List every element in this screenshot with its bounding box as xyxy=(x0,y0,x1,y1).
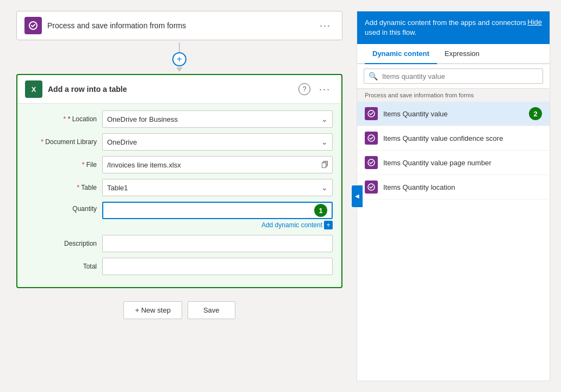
document-library-row: * Document Library OneDrive ⌄ xyxy=(26,133,333,151)
panel-header-text: Add dynamic content from the apps and co… xyxy=(365,18,527,38)
action-card: X Add a row into a table ? ··· * * Locat… xyxy=(16,74,342,288)
description-field[interactable] xyxy=(102,235,333,252)
table-dropdown[interactable]: Table1 ⌄ xyxy=(102,179,333,196)
dynamic-item-1[interactable]: Items Quantity value confidence score xyxy=(357,126,550,151)
panel-tabs: Dynamic content Expression xyxy=(357,44,550,64)
add-dynamic-label: Add dynamic content xyxy=(261,221,322,229)
dynamic-item-icon-2 xyxy=(365,156,378,169)
quantity-badge: 1 xyxy=(314,204,327,217)
description-row: Description xyxy=(26,235,333,252)
dynamic-item-label-0: Items Quantity value xyxy=(383,110,523,118)
action-card-title: Add a row into a table xyxy=(48,85,293,94)
document-library-dropdown[interactable]: OneDrive ⌄ xyxy=(102,133,333,151)
location-dropdown[interactable]: OneDrive for Business ⌄ xyxy=(102,110,333,128)
trigger-icon xyxy=(24,17,42,34)
hide-panel-button[interactable]: Hide xyxy=(527,18,542,26)
trigger-ellipsis-button[interactable]: ··· xyxy=(316,19,334,33)
file-picker-icon[interactable]: 🗍 xyxy=(321,160,329,169)
new-step-button[interactable]: + New step xyxy=(123,301,182,319)
location-label: * * Location xyxy=(26,115,97,123)
file-field[interactable]: /Invoices line items.xlsx 🗍 xyxy=(102,156,333,173)
total-label: Total xyxy=(26,263,97,270)
location-row: * * Location OneDrive for Business ⌄ xyxy=(26,110,333,128)
dynamic-item-label-3: Items Quantity location xyxy=(383,183,542,191)
trigger-title: Process and save information from forms xyxy=(47,21,311,30)
action-card-body: * * Location OneDrive for Business ⌄ * D… xyxy=(17,104,341,287)
quantity-input-wrap: 1 xyxy=(102,202,333,219)
location-select[interactable]: OneDrive for Business xyxy=(107,115,328,123)
quantity-field-group: 1 Add dynamic content + xyxy=(102,202,333,229)
add-step-button[interactable]: + xyxy=(172,52,186,66)
tab-expression[interactable]: Expression xyxy=(437,44,487,64)
connector-line xyxy=(179,42,180,52)
file-label: * File xyxy=(26,161,97,169)
excel-icon: X xyxy=(25,80,42,98)
dynamic-panel: Add dynamic content from the apps and co… xyxy=(357,11,550,381)
file-value: /Invoices line items.xlsx xyxy=(107,161,181,169)
search-input[interactable] xyxy=(382,72,538,80)
total-field[interactable] xyxy=(102,258,333,275)
quantity-input[interactable] xyxy=(108,207,314,215)
table-label: * Table xyxy=(26,184,97,191)
dynamic-item-icon-0 xyxy=(365,107,378,120)
dynamic-item-2[interactable]: Items Quantity value page number xyxy=(357,151,550,175)
tab-dynamic-content[interactable]: Dynamic content xyxy=(365,44,437,64)
add-dynamic-plus-icon: + xyxy=(324,221,333,229)
dynamic-item-icon-3 xyxy=(365,181,378,194)
description-label: Description xyxy=(26,240,97,247)
dynamic-item-icon-1 xyxy=(365,132,378,145)
search-wrap: 🔍 xyxy=(364,69,543,84)
search-icon: 🔍 xyxy=(369,72,378,80)
action-card-header: X Add a row into a table ? ··· xyxy=(17,75,341,104)
help-button[interactable]: ? xyxy=(298,83,310,95)
connector-arrow xyxy=(176,67,183,72)
dynamic-item-3[interactable]: Items Quantity location xyxy=(357,175,550,200)
dynamic-item-0[interactable]: Items Quantity value 2 xyxy=(357,102,550,126)
add-dynamic-content-link[interactable]: Add dynamic content + xyxy=(102,221,333,229)
panel-section-label: Process and save information from forms xyxy=(357,89,550,102)
panel-search-area: 🔍 xyxy=(357,64,550,89)
connector: + xyxy=(172,42,186,72)
table-row: * Table Table1 ⌄ xyxy=(26,179,333,196)
panel-header: Add dynamic content from the apps and co… xyxy=(357,11,550,44)
dynamic-item-label-1: Items Quantity value confidence score xyxy=(383,134,542,142)
dynamic-item-label-2: Items Quantity value page number xyxy=(383,159,542,167)
save-button[interactable]: Save xyxy=(188,301,235,319)
quantity-label: Quantity xyxy=(26,205,97,213)
quantity-row: Quantity 1 Add dynamic content + xyxy=(26,202,333,229)
file-row: * File /Invoices line items.xlsx 🗍 xyxy=(26,156,333,173)
trigger-card: Process and save information from forms … xyxy=(16,11,342,40)
table-select[interactable]: Table1 xyxy=(107,184,328,192)
action-ellipsis-button[interactable]: ··· xyxy=(316,83,334,96)
dynamic-item-badge-0: 2 xyxy=(529,107,542,120)
collapse-panel-button[interactable] xyxy=(352,185,363,207)
bottom-buttons: + New step Save xyxy=(123,301,235,319)
total-row: Total xyxy=(26,258,333,275)
document-library-select[interactable]: OneDrive xyxy=(107,138,328,146)
document-library-label: * Document Library xyxy=(26,138,97,146)
